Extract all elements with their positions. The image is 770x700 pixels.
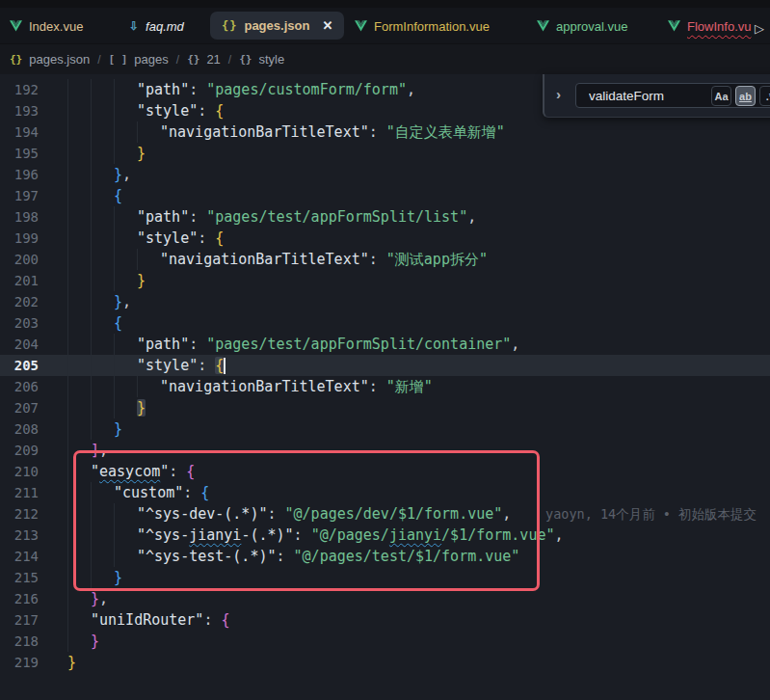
regex-toggle[interactable]: .* (759, 86, 770, 106)
code-line-206[interactable]: 206"navigationBarTitleText": "新增" (0, 376, 770, 397)
line-number[interactable]: 200 (0, 252, 39, 267)
code-line-196[interactable]: 196}, (0, 164, 770, 185)
line-number[interactable]: 209 (0, 443, 39, 458)
line-number[interactable]: 217 (0, 612, 39, 628)
indent-guide (67, 121, 91, 143)
tab-pages.json[interactable]: {}pages.json✕ (210, 12, 344, 40)
tab-approval.vue[interactable]: approval.vue (527, 12, 637, 40)
code-line-194[interactable]: 194"navigationBarTitleText": "自定义表单新增" (0, 121, 770, 143)
match-case-toggle[interactable]: Aa (711, 86, 731, 106)
indent-guide (67, 631, 91, 652)
line-number[interactable]: 198 (0, 209, 39, 225)
code-line-216[interactable]: 216}, (0, 588, 770, 609)
code-line-212[interactable]: 212"^sys-dev-(.*)": "@/pages/dev/$1/form… (0, 503, 770, 525)
indent-guide (137, 249, 160, 270)
line-number[interactable]: 196 (0, 167, 39, 182)
line-number[interactable]: 213 (0, 527, 39, 543)
code-line-204[interactable]: 204"path": "pages/test/appFormSplit/cont… (0, 334, 770, 355)
line-number[interactable]: 192 (0, 82, 39, 97)
code-token: : (198, 102, 215, 120)
line-content: "style": { (67, 228, 224, 249)
code-line-209[interactable]: 209], (0, 440, 770, 461)
code-line-211[interactable]: 211"custom": { (0, 482, 770, 503)
indent-guide (67, 291, 91, 312)
code-line-195[interactable]: 195} (0, 143, 770, 164)
code-token: , (99, 590, 108, 607)
code-line-213[interactable]: 213"^sys-jianyi-(.*)": "@/pages/jianyi/$… (0, 525, 770, 546)
line-number[interactable]: 219 (0, 655, 39, 670)
line-number[interactable]: 204 (0, 337, 39, 352)
code-line-210[interactable]: 210"easycom": { (0, 461, 770, 482)
code-line-200[interactable]: 200"navigationBarTitleText": "测试app拆分" (0, 249, 770, 270)
line-number[interactable]: 202 (0, 294, 39, 310)
line-number[interactable]: 205 (0, 358, 39, 373)
code-token: , (511, 336, 519, 353)
line-number[interactable]: 199 (0, 230, 39, 246)
find-input[interactable] (576, 84, 730, 107)
line-number[interactable]: 197 (0, 188, 39, 203)
line-number[interactable]: 215 (0, 570, 39, 585)
line-number[interactable]: 194 (0, 124, 39, 140)
code-line-203[interactable]: 203{ (0, 312, 770, 334)
indent-guide (114, 228, 137, 249)
tab-faq.md[interactable]: ⇩faq.md (119, 12, 194, 40)
indent-guide (67, 503, 91, 525)
code-token: "navigationBarTitleText" (160, 251, 369, 268)
breadcrumb-item-pages.json[interactable]: {}pages.json (10, 52, 90, 67)
indent-guide (67, 79, 91, 100)
code-line-202[interactable]: 202}, (0, 291, 770, 312)
line-number[interactable]: 203 (0, 315, 39, 331)
code-token: } (91, 633, 99, 650)
code-line-199[interactable]: 199"style": { (0, 228, 770, 249)
line-number[interactable]: 193 (0, 103, 39, 119)
code-line-201[interactable]: 201} (0, 270, 770, 291)
code-line-215[interactable]: 215} (0, 567, 770, 588)
indent-guide (67, 546, 91, 567)
line-number[interactable]: 206 (0, 379, 39, 394)
indent-guide (114, 546, 137, 567)
code-line-219[interactable]: 219} (0, 652, 770, 673)
line-number[interactable]: 216 (0, 591, 39, 606)
indent-guide (114, 249, 137, 270)
vue-icon (668, 20, 680, 32)
breadcrumb-item-style[interactable]: {}style (239, 52, 284, 67)
line-number[interactable]: 212 (0, 506, 39, 522)
line-content: "easycom": { (67, 461, 195, 482)
line-number[interactable]: 218 (0, 633, 39, 649)
line-number[interactable]: 214 (0, 549, 39, 564)
code-token: , (502, 505, 511, 523)
code-editor[interactable]: 192"path": "pages/customForm/form",193"s… (0, 74, 770, 700)
code-line-207[interactable]: 207} (0, 397, 770, 418)
code-token: : (189, 336, 206, 353)
breadcrumb-label: style (258, 52, 284, 67)
line-number[interactable]: 208 (0, 421, 39, 437)
code-token: { (215, 102, 224, 120)
line-content: "path": "pages/customForm/form", (67, 79, 415, 100)
line-number[interactable]: 195 (0, 146, 39, 161)
code-line-217[interactable]: 217"uniIdRouter": { (0, 609, 770, 631)
code-line-198[interactable]: 198"path": "pages/test/appFormSplit/list… (0, 206, 770, 228)
code-line-208[interactable]: 208} (0, 418, 770, 440)
tab-FormInformation.vue[interactable]: FormInformation.vue (345, 12, 499, 40)
indent-guide (91, 249, 114, 270)
code-line-197[interactable]: 197{ (0, 185, 770, 206)
close-icon[interactable]: ✕ (322, 18, 332, 33)
tab-Index.vue[interactable]: Index.vue (0, 12, 93, 40)
code-line-218[interactable]: 218} (0, 631, 770, 652)
indent-guide (114, 270, 137, 291)
code-token: : (267, 505, 284, 523)
breadcrumb-item-pages[interactable]: [ ]pages (108, 52, 168, 67)
line-number[interactable]: 210 (0, 464, 39, 479)
line-number[interactable]: 211 (0, 485, 39, 500)
code-line-214[interactable]: 214"^sys-test-(.*)": "@/pages/test/$1/fo… (0, 546, 770, 567)
indent-guide (67, 482, 91, 503)
line-number[interactable]: 207 (0, 400, 39, 416)
code-token: "测试app拆分" (386, 251, 488, 268)
line-number[interactable]: 201 (0, 273, 39, 288)
breadcrumb-item-21[interactable]: {}21 (187, 52, 221, 67)
whole-word-toggle[interactable]: ab (735, 86, 756, 106)
line-content: "path": "pages/test/appFormSplit/contain… (67, 334, 519, 355)
find-collapse-chevron-icon[interactable]: › (556, 86, 561, 102)
code-line-205[interactable]: 205"style": { (0, 355, 770, 376)
tab-FlowInfo.vu[interactable]: FlowInfo.vu (658, 12, 760, 40)
